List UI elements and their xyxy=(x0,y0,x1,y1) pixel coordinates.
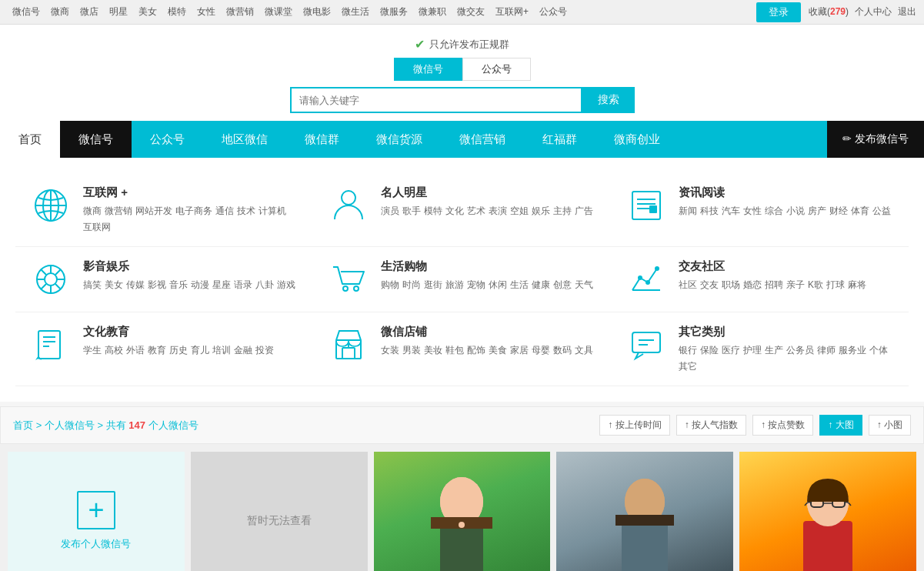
cat-tag[interactable]: 交友 xyxy=(700,279,719,292)
cat-tag[interactable]: 传媒 xyxy=(126,279,145,292)
cat-tag[interactable]: 护理 xyxy=(743,344,762,357)
cat-tag[interactable]: 打球 xyxy=(826,279,845,292)
cat-tag[interactable]: 职场 xyxy=(722,279,740,292)
cat-tag[interactable]: 金融 xyxy=(234,344,252,357)
photo-card-3[interactable] xyxy=(739,452,916,571)
cat-tag[interactable]: 歌手 xyxy=(402,205,421,218)
cat-tag[interactable]: 麻将 xyxy=(848,279,866,292)
cat-tag[interactable]: 婚恋 xyxy=(743,279,762,292)
cat-tag[interactable]: 高校 xyxy=(105,344,123,357)
topnav-mote[interactable]: 模特 xyxy=(163,2,191,22)
breadcrumb-home[interactable]: 首页 xyxy=(13,419,33,431)
cat-tag[interactable]: 天气 xyxy=(575,279,593,292)
breadcrumb-current[interactable]: 个人微信号 xyxy=(45,419,95,431)
topnav-mingxing[interactable]: 明星 xyxy=(105,2,132,22)
unavailable-card[interactable]: 暂时无法查看 xyxy=(191,452,368,571)
cat-tag[interactable]: 科技 xyxy=(700,205,719,218)
cat-tag[interactable]: 音乐 xyxy=(169,279,188,292)
cat-tag[interactable]: 娱乐 xyxy=(532,205,550,218)
topnav-weijianzhi[interactable]: 微兼职 xyxy=(414,2,451,22)
cat-tag[interactable]: 家居 xyxy=(510,344,529,357)
cat-tag[interactable]: 主持 xyxy=(553,205,572,218)
chat-icon[interactable] xyxy=(626,325,666,365)
cat-tag[interactable]: 女性 xyxy=(743,205,762,218)
mainnav-huoyuan[interactable]: 微信货源 xyxy=(358,121,441,158)
cat-tag[interactable]: 表演 xyxy=(489,205,507,218)
cat-tag[interactable]: 教育 xyxy=(148,344,166,357)
cat-tag[interactable]: 男装 xyxy=(402,344,421,357)
book-icon[interactable] xyxy=(31,325,71,365)
topnav-weidian[interactable]: 微店 xyxy=(75,2,103,22)
cat-tag[interactable]: 互联网 xyxy=(83,221,111,234)
cat-tag[interactable]: 公益 xyxy=(872,205,891,218)
add-card[interactable]: + 发布个人微信号 xyxy=(8,452,185,571)
mainnav-gongzhonghao[interactable]: 公众号 xyxy=(132,121,203,158)
topnav-meinv[interactable]: 美女 xyxy=(134,2,162,22)
cat-tag[interactable]: 外语 xyxy=(126,344,145,357)
cat-tag[interactable]: 游戏 xyxy=(277,279,295,292)
cat-tag[interactable]: 星座 xyxy=(212,279,231,292)
mainnav-home[interactable]: 首页 xyxy=(0,121,60,158)
cat-tag[interactable]: 影视 xyxy=(148,279,166,292)
cat-tag[interactable]: 演员 xyxy=(381,205,399,218)
cat-tag[interactable]: 时尚 xyxy=(402,279,421,292)
sort-likes-button[interactable]: ↑ 按点赞数 xyxy=(752,415,813,436)
mainnav-yingxiao[interactable]: 微信营销 xyxy=(441,121,524,158)
cat-tag[interactable]: 艺术 xyxy=(467,205,485,218)
cat-tag[interactable]: 小说 xyxy=(786,205,805,218)
cat-tag[interactable]: 美食 xyxy=(489,344,507,357)
film-icon[interactable] xyxy=(31,259,71,299)
cat-tag[interactable]: 美妆 xyxy=(424,344,442,357)
cat-tag[interactable]: 汽车 xyxy=(722,205,740,218)
cat-tag[interactable]: 个体 xyxy=(869,344,888,357)
cat-tag[interactable]: 语录 xyxy=(234,279,252,292)
topnav-gongzhonghao[interactable]: 公众号 xyxy=(535,2,572,22)
sort-time-button[interactable]: ↑ 按上传时间 xyxy=(599,415,669,436)
cat-tag[interactable]: 广告 xyxy=(575,205,593,218)
mainnav-weixinhao[interactable]: 微信号 xyxy=(60,121,132,158)
topnav-weiketang[interactable]: 微课堂 xyxy=(260,2,297,22)
cat-tag[interactable]: 文具 xyxy=(575,344,593,357)
cat-tag[interactable]: 生活 xyxy=(510,279,529,292)
add-placeholder[interactable]: + 发布个人微信号 xyxy=(8,452,185,571)
cat-tag[interactable]: 其它 xyxy=(679,360,697,373)
cat-tag[interactable]: 购物 xyxy=(381,279,399,292)
search-input[interactable] xyxy=(290,87,582,113)
cat-tag[interactable]: 微营销 xyxy=(105,205,132,218)
cat-tag[interactable]: 服务业 xyxy=(839,344,866,357)
cat-tag[interactable]: 搞笑 xyxy=(83,279,102,292)
cat-tag[interactable]: 模特 xyxy=(424,205,442,218)
login-button[interactable]: 登录 xyxy=(756,2,801,22)
mainnav-weixinqun[interactable]: 微信群 xyxy=(286,121,358,158)
tab-weixinhao[interactable]: 微信号 xyxy=(394,58,462,81)
cat-tag[interactable]: 律师 xyxy=(817,344,836,357)
publish-button[interactable]: ✏ 发布微信号 xyxy=(827,121,924,158)
cat-tag[interactable]: 技术 xyxy=(237,205,255,218)
personal-center-link[interactable]: 个人中心 xyxy=(855,5,892,18)
cat-tag[interactable]: 通信 xyxy=(215,205,234,218)
photo-card-1[interactable] xyxy=(374,452,551,571)
store-icon[interactable] xyxy=(329,325,369,365)
cat-tag[interactable]: 招聘 xyxy=(765,279,783,292)
topnav-weiyingxiao[interactable]: 微营销 xyxy=(222,2,259,22)
news-icon[interactable] xyxy=(626,185,666,225)
photo-card-2[interactable] xyxy=(556,452,733,571)
cat-tag[interactable]: 亲子 xyxy=(786,279,805,292)
view-small-button[interactable]: ↑ 小图 xyxy=(869,415,911,436)
cat-tag[interactable]: 旅游 xyxy=(445,279,464,292)
search-button[interactable]: 搜索 xyxy=(582,87,635,113)
cat-tag[interactable]: 财经 xyxy=(829,205,848,218)
topnav-weifuwu[interactable]: 微服务 xyxy=(375,2,412,22)
globe-icon[interactable] xyxy=(31,185,71,225)
cat-tag[interactable]: 新闻 xyxy=(679,205,697,218)
cat-tag[interactable]: 动漫 xyxy=(191,279,209,292)
cat-tag[interactable]: 体育 xyxy=(851,205,869,218)
cat-tag[interactable]: 逛街 xyxy=(424,279,442,292)
topnav-weijiayou[interactable]: 微交友 xyxy=(452,2,489,22)
cat-tag[interactable]: 微商 xyxy=(83,205,102,218)
mainnav-chuangye[interactable]: 微商创业 xyxy=(595,121,679,158)
chart-icon[interactable] xyxy=(626,259,666,299)
cat-tag[interactable]: 配饰 xyxy=(467,344,485,357)
mainnav-hongfuqun[interactable]: 红福群 xyxy=(524,121,595,158)
cat-tag[interactable]: 休闲 xyxy=(489,279,507,292)
